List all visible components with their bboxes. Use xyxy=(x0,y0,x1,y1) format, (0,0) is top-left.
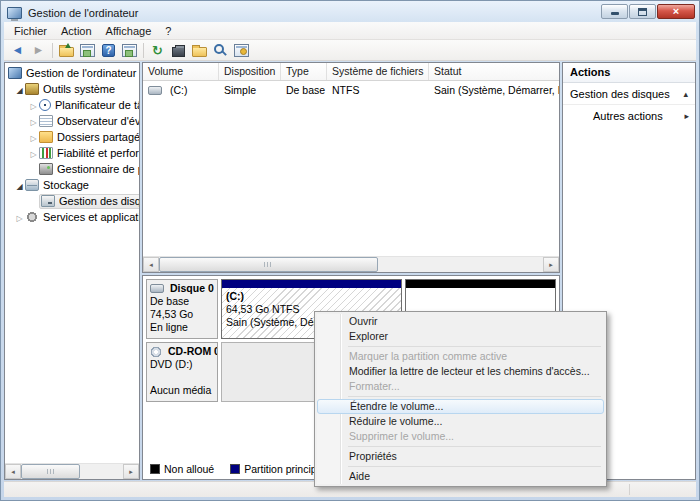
minimize-button[interactable] xyxy=(601,4,628,19)
legend: Non alloué Partition principale xyxy=(150,463,331,475)
volume-list-header: Volume Disposition Type Système de fichi… xyxy=(143,63,559,81)
tree-item-task-scheduler[interactable]: Planificateur de tâches xyxy=(5,97,139,113)
disk0-size: 74,53 Go xyxy=(150,308,214,321)
menu-aide[interactable]: ? xyxy=(158,24,178,38)
volume-row-c[interactable]: (C:) Simple De base NTFS Sain (Système, … xyxy=(143,81,559,99)
tree-item-device-manager[interactable]: Gestionnaire de périphériques xyxy=(5,161,139,177)
cdrom-info-box[interactable]: CD-ROM 0 DVD (D:) Aucun média xyxy=(146,342,218,402)
cdrom-spacer xyxy=(150,371,214,384)
maximize-button[interactable] xyxy=(629,4,656,19)
menu-action[interactable]: Action xyxy=(54,24,99,38)
refresh-button[interactable]: ↻ xyxy=(148,41,167,59)
disposition-cell: Simple xyxy=(219,84,281,96)
menu-affichage[interactable]: Affichage xyxy=(99,24,159,38)
actions-item-more-actions[interactable]: Autres actions ▸ xyxy=(563,105,695,127)
computer-icon xyxy=(8,67,22,79)
forward-icon: ► xyxy=(33,44,45,56)
scrollbar-track[interactable] xyxy=(21,464,123,479)
volume-list-pane: Volume Disposition Type Système de fichi… xyxy=(142,62,560,273)
scrollbar-track[interactable] xyxy=(159,257,543,272)
app-icon xyxy=(7,7,22,19)
menu-item-proprietes[interactable]: Propriétés xyxy=(317,449,604,464)
cdrom-status: Aucun média xyxy=(150,384,214,397)
column-header-volume[interactable]: Volume xyxy=(143,63,219,80)
tree-item-disk-management[interactable]: Gestion des disques xyxy=(5,193,139,209)
drive-icon xyxy=(148,86,162,95)
partition-context-menu: Ouvrir Explorer Marquer la partition com… xyxy=(314,311,607,487)
show-action-pane-icon xyxy=(122,44,137,57)
refresh-icon: ↻ xyxy=(152,44,163,57)
expander-collapsed-icon[interactable] xyxy=(28,115,39,127)
expander-collapsed-icon[interactable] xyxy=(14,211,25,223)
console-window-button[interactable] xyxy=(78,41,97,59)
snap-in-help-button[interactable] xyxy=(232,41,251,59)
cdrom-name: CD-ROM 0 xyxy=(150,345,214,358)
scroll-right-arrow-icon[interactable]: ▸ xyxy=(543,257,559,272)
column-header-disposition[interactable]: Disposition xyxy=(219,63,281,80)
tree-item-storage[interactable]: Stockage xyxy=(5,177,139,193)
tree-item-event-viewer[interactable]: Observateur d'événements xyxy=(5,113,139,129)
tree-item-services-applications[interactable]: Services et applications xyxy=(5,209,139,225)
menu-item-etendre-le-volume[interactable]: Étendre le volume... xyxy=(317,399,604,414)
forward-button[interactable]: ► xyxy=(29,41,48,59)
expander-collapsed-icon[interactable] xyxy=(28,99,39,111)
help-button[interactable]: ? xyxy=(99,41,118,59)
scrollbar-thumb[interactable] xyxy=(159,257,378,272)
menubar: Fichier Action Affichage ? xyxy=(4,22,696,40)
properties-button[interactable] xyxy=(169,41,188,59)
type-cell: De base xyxy=(281,84,327,96)
titlebar[interactable]: Gestion de l'ordinateur × xyxy=(1,1,699,22)
tree-item-computer-management[interactable]: Gestion de l'ordinateur (local) xyxy=(5,65,139,81)
close-button[interactable]: × xyxy=(657,4,695,19)
scroll-left-arrow-icon[interactable]: ◂ xyxy=(5,464,21,479)
window-controls: × xyxy=(601,4,695,19)
column-header-status[interactable]: Statut xyxy=(429,63,559,80)
menu-item-aide[interactable]: Aide xyxy=(317,469,604,484)
collapse-section-icon[interactable]: ▴ xyxy=(683,89,688,99)
disk-icon xyxy=(150,284,164,293)
tree-item-reliability-performance[interactable]: Fiabilité et performance xyxy=(5,145,139,161)
tree-item-system-tools[interactable]: Outils système xyxy=(5,81,139,97)
unallocated-color-swatch xyxy=(150,464,160,474)
snap-in-help-icon xyxy=(234,44,249,57)
menu-separator xyxy=(348,466,601,467)
back-icon: ◄ xyxy=(12,44,24,56)
expander-collapsed-icon[interactable] xyxy=(28,147,39,159)
legend-unallocated: Non alloué xyxy=(150,463,214,475)
scroll-right-arrow-icon[interactable]: ▸ xyxy=(123,464,139,479)
menu-item-explorer[interactable]: Explorer xyxy=(317,329,604,344)
menu-item-modifier-lettre-lecteur[interactable]: Modifier la lettre de lecteur et les che… xyxy=(317,364,604,379)
open-button[interactable] xyxy=(190,41,209,59)
scrollbar-thumb[interactable] xyxy=(21,464,80,479)
menu-separator xyxy=(348,396,601,397)
tree-item-shared-folders[interactable]: Dossiers partagés xyxy=(5,129,139,145)
volume-list-horizontal-scrollbar[interactable]: ◂ ▸ xyxy=(143,256,559,272)
show-console-tree-button[interactable] xyxy=(57,41,76,59)
volume-list-body: (C:) Simple De base NTFS Sain (Système, … xyxy=(143,81,559,256)
scroll-left-arrow-icon[interactable]: ◂ xyxy=(143,257,159,272)
disk0-info-box[interactable]: Disque 0 De base 74,53 Go En ligne xyxy=(146,279,218,339)
menu-separator xyxy=(348,346,601,347)
minimize-icon xyxy=(611,12,619,15)
device-manager-icon xyxy=(39,163,53,175)
status-cell: Sain (Système, Démarrer, Fichier d'échan… xyxy=(429,84,559,96)
storage-icon xyxy=(25,179,39,191)
tree-horizontal-scrollbar[interactable]: ◂ ▸ xyxy=(5,463,139,479)
find-button[interactable] xyxy=(211,41,230,59)
tree-selection: Gestion des disques xyxy=(39,194,139,209)
filesystem-cell: NTFS xyxy=(327,84,429,96)
column-header-type[interactable]: Type xyxy=(281,63,327,80)
show-action-pane-button[interactable] xyxy=(120,41,139,59)
column-header-filesystem[interactable]: Système de fichiers xyxy=(327,63,429,80)
expander-collapsed-icon[interactable] xyxy=(28,131,39,143)
event-viewer-icon xyxy=(39,115,53,127)
menu-item-ouvrir[interactable]: Ouvrir xyxy=(317,314,604,329)
menu-fichier[interactable]: Fichier xyxy=(7,24,54,38)
back-button[interactable]: ◄ xyxy=(8,41,27,59)
actions-section-disk-management[interactable]: Gestion des disques ▴ xyxy=(563,83,695,105)
expander-expanded-icon[interactable] xyxy=(14,179,25,191)
menu-item-reduire-le-volume[interactable]: Réduire le volume... xyxy=(317,414,604,429)
expander-expanded-icon[interactable] xyxy=(14,83,25,95)
disk-management-icon xyxy=(41,195,55,207)
primary-partition-color-swatch xyxy=(230,464,240,474)
